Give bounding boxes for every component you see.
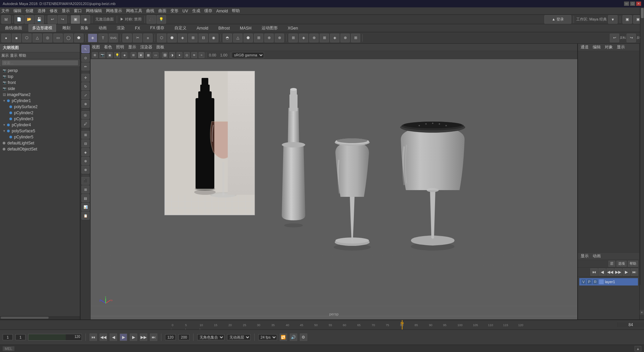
geo-cache-icon[interactable]: ⊞ xyxy=(351,34,360,42)
extrude-icon[interactable]: ⬡ xyxy=(157,34,166,42)
prev-frame-button[interactable]: ◀ xyxy=(110,334,117,341)
vp-tex-toggle[interactable]: 🖼 xyxy=(162,52,168,58)
fps-select[interactable]: 24 fps 30 fps 60 fps xyxy=(258,334,277,340)
render-setup-button[interactable]: ⊞ xyxy=(82,185,90,193)
vp-light-icon[interactable]: 💡 xyxy=(114,52,120,58)
tab-XGen[interactable]: XGen xyxy=(284,25,302,32)
outliner-item-front[interactable]: 📷 front xyxy=(0,80,80,86)
menu-item-窗口[interactable]: 窗口 xyxy=(74,8,82,14)
multi-cut-icon[interactable]: ✂ xyxy=(133,34,142,42)
workspace-btn[interactable]: ▼ xyxy=(608,15,618,24)
tab-装备[interactable]: 装备 xyxy=(77,24,92,32)
layer-row[interactable]: V P R layer1 xyxy=(579,278,638,285)
gamma-select[interactable]: sRGB gamma xyxy=(232,52,264,58)
toolbar-undo[interactable]: ↩ xyxy=(48,15,57,24)
sphere-icon[interactable]: ● xyxy=(1,34,11,42)
vp-aa-toggle[interactable]: ≋ xyxy=(191,52,197,58)
vp-menu-view[interactable]: 视图 xyxy=(92,44,100,50)
object-tab[interactable]: 对象 xyxy=(605,44,613,50)
outliner-item-polysurface5[interactable]: ▼ polySurface5 xyxy=(0,128,80,134)
target-weld-icon[interactable]: ◉ xyxy=(209,34,218,42)
undo-view-icon[interactable]: ↩ xyxy=(610,34,619,42)
toolbar-camera[interactable]: 🎥 xyxy=(147,15,156,24)
display-layer-button[interactable]: ⬛ xyxy=(82,177,90,185)
outliner-item-persp[interactable]: 📷 persp xyxy=(0,68,80,74)
go-start-button[interactable]: ⏮ xyxy=(90,334,97,341)
outliner-item-top[interactable]: 📷 top xyxy=(0,74,80,80)
tab-自定义[interactable]: 自定义 xyxy=(171,24,190,32)
conform-icon[interactable]: ⊞ xyxy=(288,34,298,42)
plane-icon[interactable]: ▭ xyxy=(53,34,63,42)
next-key-button[interactable]: ▶▶ xyxy=(140,334,147,341)
layer-name-label[interactable]: layer1 xyxy=(605,280,615,284)
merge-icon[interactable]: ⊟ xyxy=(199,34,208,42)
combine-icon[interactable]: ⊕ xyxy=(264,34,274,42)
cylinder-icon[interactable]: ⬡ xyxy=(22,34,32,42)
anim-range-start[interactable]: 120 xyxy=(165,334,176,340)
tab-多边形建模[interactable]: 多边形建模 xyxy=(29,24,56,32)
anim-display-tab[interactable]: 显示 xyxy=(581,253,589,259)
menu-item-文件[interactable]: 文件 xyxy=(1,8,9,14)
outliner-item-pcylinder5[interactable]: pCylinder5 xyxy=(0,134,80,140)
angle-collection-select[interactable]: 无角色集合 xyxy=(197,334,224,340)
hscroll-area[interactable] xyxy=(640,315,644,319)
right-vscrollbar[interactable] xyxy=(640,7,644,285)
channel-tab[interactable]: 通道 xyxy=(581,44,589,50)
minimize-button[interactable]: ─ xyxy=(624,1,629,6)
prev-key-button[interactable]: ◀◀ xyxy=(100,334,107,341)
snap-face-button[interactable]: ◈ xyxy=(82,148,90,156)
menu-item-变形[interactable]: 变形 xyxy=(170,8,178,14)
outliner-menu-display[interactable]: 展示 xyxy=(1,53,9,58)
retopo-icon[interactable]: ⬣ xyxy=(244,34,253,42)
rotate-tool-button[interactable]: ↻ xyxy=(82,82,90,90)
snap-curve-button[interactable]: ⊗ xyxy=(82,166,90,174)
maximize-button[interactable]: □ xyxy=(630,1,635,6)
menu-item-曲线[interactable]: 曲线 xyxy=(146,8,154,14)
move-tool-button[interactable]: ✛ xyxy=(82,74,90,82)
menu-item-曲面[interactable]: 曲面 xyxy=(158,8,166,14)
outliner-item-polysurface2[interactable]: polySurface2 xyxy=(0,104,80,110)
anim-prev-key[interactable]: ⏮ xyxy=(590,268,598,276)
subdiv-icon[interactable]: ◈ xyxy=(88,34,97,42)
outliner-item-imageplane2[interactable]: 🖼 imagePlane2 xyxy=(0,92,80,98)
cube-icon[interactable]: ■ xyxy=(12,34,21,42)
channel-box-button[interactable]: 📊 xyxy=(82,203,90,211)
redo-view-icon[interactable]: ↪ xyxy=(627,34,636,42)
anim-play-forward[interactable]: ▶▶ xyxy=(614,268,622,276)
soft-select-button[interactable]: ◎ xyxy=(82,111,90,119)
go-end-button[interactable]: ⏭ xyxy=(150,334,157,341)
vp-menu-renderer[interactable]: 渲染器 xyxy=(140,44,152,50)
audio-button[interactable]: 🔊 xyxy=(290,334,297,341)
menu-item-网格工具[interactable]: 网格工具 xyxy=(126,8,142,14)
menu-item-编辑[interactable]: 编辑 xyxy=(13,8,21,14)
reduce-icon[interactable]: ◈ xyxy=(330,34,339,42)
layer-p-badge[interactable]: P xyxy=(587,279,591,284)
bridge-icon[interactable]: ⬢ xyxy=(167,34,177,42)
tab-运动图形[interactable]: 运动图形 xyxy=(258,24,281,32)
anim-play-backward[interactable]: ◀◀ xyxy=(606,268,614,276)
vp-shading-wire2[interactable]: ▭ xyxy=(153,52,159,58)
menu-item-网格显示[interactable]: 网格显示 xyxy=(106,8,122,14)
vp-dof-toggle[interactable]: ◎ xyxy=(184,52,190,58)
status-expand-btn[interactable]: ▲ xyxy=(635,346,641,351)
menu-item-UV[interactable]: UV xyxy=(182,9,188,13)
range-start-field[interactable]: 1 xyxy=(3,334,13,340)
outliner-menu-show[interactable]: 显示 xyxy=(10,53,17,58)
text-icon[interactable]: T xyxy=(98,34,108,42)
toolbar-home[interactable]: M xyxy=(1,15,11,24)
layer-v-badge[interactable]: V xyxy=(581,279,586,284)
loop-button[interactable]: 🔁 xyxy=(280,334,287,341)
anim-next-frame[interactable]: ▶ xyxy=(623,268,630,276)
select-tool-button[interactable]: ↖ xyxy=(82,45,90,53)
transfer-icon[interactable]: ⊞ xyxy=(320,34,329,42)
cleanup-icon[interactable]: ⊗ xyxy=(340,34,350,42)
outliner-hscroll-thumb[interactable] xyxy=(1,317,49,319)
menu-item-创建[interactable]: 创建 xyxy=(25,8,34,14)
toolbar-select-mode[interactable]: ▣ xyxy=(71,15,80,24)
outliner-item-pcylinder2[interactable]: pCylinder2 xyxy=(0,110,80,116)
tab-雕刻[interactable]: 雕刻 xyxy=(59,24,74,32)
toolbar-redo[interactable]: ↪ xyxy=(58,15,67,24)
tab-MASH[interactable]: MASH xyxy=(236,25,255,32)
vp-ao-toggle[interactable]: ● xyxy=(176,52,182,58)
anim-prev-frame[interactable]: ◀ xyxy=(598,268,606,276)
